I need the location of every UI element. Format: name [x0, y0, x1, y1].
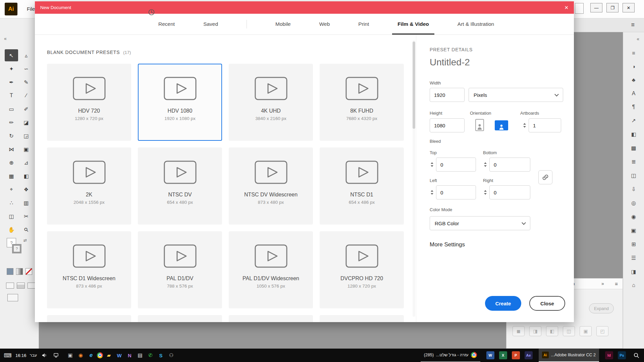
- column-graph-tool[interactable]: ▥: [19, 197, 33, 209]
- panel-menu-icon[interactable]: ≡: [631, 21, 635, 28]
- preset-card-partial[interactable]: [320, 315, 404, 322]
- bleed-bottom-value[interactable]: 0: [489, 158, 530, 172]
- curvature-tool[interactable]: ✎: [19, 76, 33, 88]
- preset-card-partial[interactable]: [47, 315, 131, 322]
- minimize-button[interactable]: —: [590, 3, 602, 12]
- tab-print[interactable]: Print: [358, 14, 369, 35]
- direct-selection-tool[interactable]: ▵: [19, 49, 33, 61]
- eraser-tool[interactable]: ◪: [19, 116, 33, 128]
- color-button[interactable]: [7, 268, 13, 275]
- character-panel-icon[interactable]: A: [632, 90, 636, 97]
- touch-keyboard-icon[interactable]: ⌨: [3, 349, 12, 362]
- stepper-down-icon[interactable]: [484, 193, 487, 195]
- hand-tool[interactable]: ✋: [5, 224, 18, 236]
- color-guide-panel-icon[interactable]: ◎: [631, 200, 636, 206]
- create-button[interactable]: Create: [485, 296, 521, 311]
- asset-export-panel-icon[interactable]: ⇩: [631, 186, 636, 192]
- appearance-panel-icon[interactable]: ◉: [631, 214, 636, 220]
- photoshop-taskbar-icon[interactable]: Ps: [618, 351, 626, 359]
- color-mode-select[interactable]: RGB Color: [430, 216, 530, 230]
- bleed-bottom-stepper[interactable]: 0: [483, 158, 530, 172]
- orientation-landscape-button[interactable]: [495, 120, 508, 130]
- align-panel-icon[interactable]: ☰: [631, 255, 636, 261]
- symbols-panel-icon[interactable]: ♣: [632, 77, 636, 83]
- draw-normal-button[interactable]: [6, 283, 14, 289]
- link-bleed-values-button[interactable]: [538, 170, 552, 184]
- tab-saved[interactable]: Saved: [203, 14, 218, 35]
- stepper-up-icon[interactable]: [523, 123, 526, 125]
- unite-button[interactable]: ◼: [513, 326, 525, 336]
- libraries-panel-icon[interactable]: ⌂: [632, 282, 635, 288]
- tab-film-video[interactable]: Film & Video: [397, 14, 429, 35]
- divide-button[interactable]: ▣: [580, 326, 592, 336]
- photos-icon[interactable]: ▣: [66, 349, 75, 362]
- shaper-tool[interactable]: ✏: [5, 116, 18, 128]
- pen-tool[interactable]: ✒: [5, 76, 18, 88]
- transform-panel-icon[interactable]: ⊞: [631, 241, 636, 247]
- units-select[interactable]: Pixels: [469, 88, 563, 102]
- artboards-stepper[interactable]: 1: [522, 118, 561, 132]
- color-panel-icon[interactable]: ◑: [632, 64, 635, 70]
- powerpoint-taskbar-icon[interactable]: P: [512, 351, 520, 359]
- more-settings-link[interactable]: More Settings: [430, 241, 465, 248]
- word-taskbar-icon[interactable]: W: [486, 351, 494, 359]
- preset-card[interactable]: HDV 720 1280 x 720 px: [47, 64, 131, 141]
- minus-front-button[interactable]: ◨: [529, 326, 541, 336]
- draw-inside-button[interactable]: [28, 283, 36, 289]
- symbol-sprayer-tool[interactable]: ∴: [5, 197, 18, 209]
- stepper-up-icon[interactable]: [484, 162, 487, 164]
- preset-card-partial[interactable]: [138, 315, 222, 322]
- magic-wand-tool[interactable]: ✦: [5, 63, 18, 75]
- lasso-tool[interactable]: ∽: [19, 63, 33, 75]
- preset-card[interactable]: PAL D1/DV 788 x 576 px: [138, 231, 222, 308]
- preset-card[interactable]: PAL D1/DV Widescreen 1050 x 576 px: [229, 231, 313, 308]
- orientation-portrait-button[interactable]: [475, 119, 484, 131]
- gradient-button[interactable]: [16, 268, 23, 275]
- dialog-close-icon[interactable]: ✕: [564, 5, 569, 11]
- bleed-top-stepper[interactable]: 0: [430, 158, 476, 172]
- scrollbar-thumb[interactable]: [413, 42, 415, 129]
- volume-icon[interactable]: [40, 349, 49, 362]
- pathfinder-panel-icon[interactable]: ◨: [631, 268, 636, 275]
- swap-fill-stroke-icon[interactable]: ⇄: [23, 238, 27, 243]
- close-button[interactable]: Close: [529, 296, 565, 311]
- trim-button[interactable]: ◰: [596, 326, 608, 336]
- collapse-tools-icon[interactable]: «: [4, 36, 7, 41]
- preset-card[interactable]: NTSC DV Widescreen 873 x 480 px: [229, 147, 313, 225]
- excel-taskbar-icon[interactable]: X: [499, 351, 507, 359]
- line-segment-tool[interactable]: ∕: [19, 89, 33, 102]
- exclude-button[interactable]: ◫: [563, 326, 575, 336]
- taskbar-clock[interactable]: 16:16: [15, 353, 26, 358]
- preset-card[interactable]: 2K 2048 x 1556 px: [47, 147, 131, 225]
- artboards-value[interactable]: 1: [529, 118, 561, 132]
- stepper-up-icon[interactable]: [431, 190, 433, 192]
- taskbar-search-icon[interactable]: [632, 349, 641, 362]
- type-tool[interactable]: T: [5, 89, 18, 102]
- word-icon[interactable]: W: [115, 349, 124, 362]
- firefox-icon[interactable]: ◉: [76, 349, 85, 362]
- artboard-tool[interactable]: ◫: [5, 210, 18, 222]
- network-icon[interactable]: [52, 349, 61, 362]
- onenote-icon[interactable]: N: [125, 349, 134, 362]
- stepper-up-icon[interactable]: [484, 190, 487, 192]
- change-screen-mode-button[interactable]: [7, 294, 18, 301]
- preset-card[interactable]: HDV 1080 644 x 362 px: [138, 64, 222, 141]
- preset-card[interactable]: 4K UHD 3840 x 2160 px: [229, 64, 313, 141]
- stroke-color-swatch[interactable]: ?: [12, 244, 21, 253]
- artboards-panel-icon[interactable]: ◫: [631, 172, 636, 179]
- stepper-down-icon[interactable]: [484, 165, 487, 167]
- tab-web[interactable]: Web: [319, 14, 330, 35]
- gradient-panel-icon[interactable]: ◧: [631, 131, 636, 137]
- zoom-tool[interactable]: ⚲: [17, 221, 35, 239]
- tab-art-illustration[interactable]: Art & Illustration: [458, 14, 494, 35]
- panel-flyout-menu-icon[interactable]: ≡: [615, 281, 618, 287]
- bleed-right-stepper[interactable]: 0: [483, 185, 530, 199]
- taskbar-window-chrome[interactable]: (285) עזרה - גודל שלט...: [421, 349, 480, 362]
- folder-icon[interactable]: ▰: [104, 349, 113, 362]
- none-button[interactable]: [25, 268, 32, 275]
- chrome-icon[interactable]: [97, 352, 103, 358]
- skype-icon[interactable]: S: [156, 349, 165, 362]
- stepper-up-icon[interactable]: [431, 162, 433, 164]
- indesign-taskbar-icon[interactable]: Id: [605, 351, 613, 359]
- ie-icon[interactable]: e: [87, 349, 96, 362]
